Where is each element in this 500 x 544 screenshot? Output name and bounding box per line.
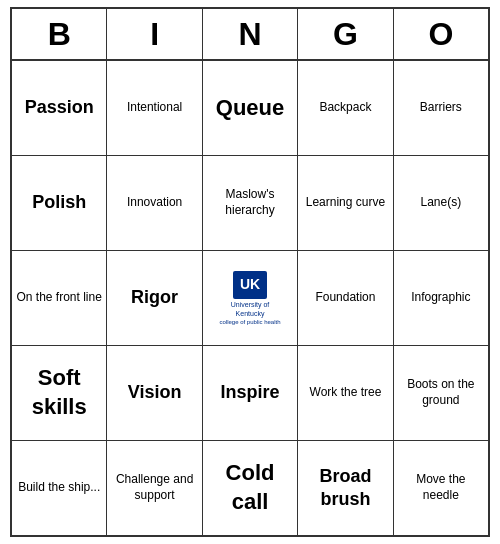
bingo-cell: Vision (107, 346, 202, 440)
header-letter: G (298, 9, 393, 59)
bingo-cell: Work the tree (298, 346, 393, 440)
bingo-grid: PassionIntentionalQueueBackpackBarriersP… (12, 61, 488, 535)
bingo-card: BINGO PassionIntentionalQueueBackpackBar… (10, 7, 490, 537)
bingo-row: PolishInnovationMaslow's hierarchyLearni… (12, 156, 488, 251)
bingo-row: On the front lineRigorUKUniversity ofKen… (12, 251, 488, 346)
bingo-cell: Maslow's hierarchy (203, 156, 298, 250)
bingo-cell: Lane(s) (394, 156, 488, 250)
bingo-cell: Queue (203, 61, 298, 155)
bingo-row: Soft skillsVisionInspireWork the treeBoo… (12, 346, 488, 441)
header-letter: O (394, 9, 488, 59)
bingo-cell: UKUniversity ofKentuckycollege of public… (203, 251, 298, 345)
bingo-cell: Learning curve (298, 156, 393, 250)
header-letter: N (203, 9, 298, 59)
bingo-cell: Rigor (107, 251, 202, 345)
bingo-cell: Move the needle (394, 441, 488, 535)
bingo-cell: Boots on the ground (394, 346, 488, 440)
uk-university-text: University ofKentuckycollege of public h… (219, 301, 280, 326)
uk-logo: UKUniversity ofKentuckycollege of public… (219, 269, 280, 326)
bingo-cell: Challenge and support (107, 441, 202, 535)
svg-text:UK: UK (240, 276, 260, 292)
header-letter: B (12, 9, 107, 59)
bingo-cell: Build the ship... (12, 441, 107, 535)
bingo-row: PassionIntentionalQueueBackpackBarriers (12, 61, 488, 156)
header-letter: I (107, 9, 202, 59)
bingo-cell: Polish (12, 156, 107, 250)
bingo-row: Build the ship...Challenge and supportCo… (12, 441, 488, 535)
bingo-cell: Passion (12, 61, 107, 155)
bingo-cell: Foundation (298, 251, 393, 345)
bingo-cell: On the front line (12, 251, 107, 345)
bingo-cell: Inspire (203, 346, 298, 440)
bingo-cell: Backpack (298, 61, 393, 155)
bingo-cell: Soft skills (12, 346, 107, 440)
bingo-cell: Barriers (394, 61, 488, 155)
bingo-cell: Cold call (203, 441, 298, 535)
bingo-cell: Infographic (394, 251, 488, 345)
bingo-header: BINGO (12, 9, 488, 61)
bingo-cell: Broad brush (298, 441, 393, 535)
bingo-cell: Intentional (107, 61, 202, 155)
bingo-cell: Innovation (107, 156, 202, 250)
